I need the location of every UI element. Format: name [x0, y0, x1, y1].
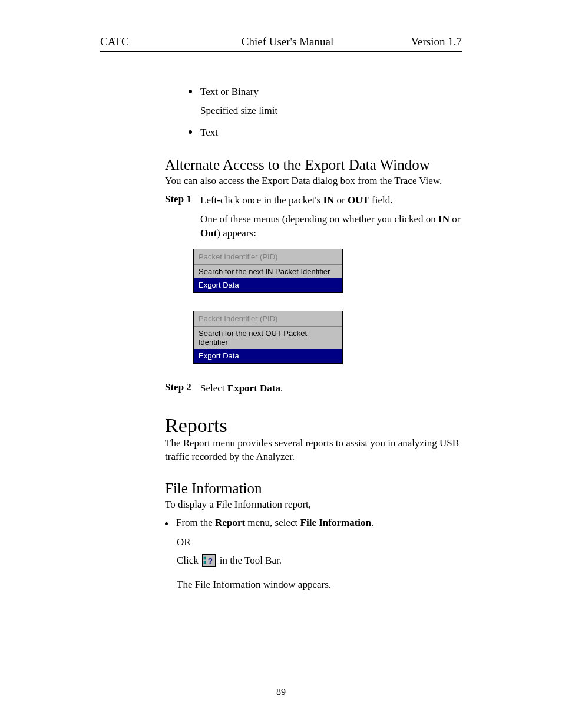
file-info-toolbar-icon[interactable]: ?: [202, 554, 216, 567]
result-text: The File Information window appears.: [177, 576, 462, 594]
bold-out: OUT: [348, 195, 369, 206]
text: earch for the next OUT Packet Identifier: [199, 329, 307, 347]
text: ort Data: [211, 351, 239, 360]
svg-rect-0: [204, 557, 206, 559]
top-bullet-list: Text or Binary Specified size limit Text: [189, 84, 462, 140]
bullet-text: Text: [200, 125, 218, 140]
bold-in: IN: [438, 213, 449, 225]
section-heading-reports: Reports: [165, 414, 462, 437]
page-header: CATC Chief User's Manual Version 1.7: [100, 35, 462, 52]
click-row: Click ? in the Tool Bar.: [177, 552, 462, 570]
text: ort Data: [211, 281, 239, 289]
section-heading-alt-access: Alternate Access to the Export Data Wind…: [165, 157, 462, 173]
section-heading-file-info: File Information: [165, 480, 462, 497]
page: CATC Chief User's Manual Version 1.7 Tex…: [0, 0, 562, 621]
step-label: Step 1: [165, 193, 200, 207]
text: .: [280, 383, 283, 394]
step-2: Step 2 Select Export Data.: [165, 381, 462, 396]
text: Left-click once in the packet's: [200, 195, 323, 206]
bullet-dot-icon: [189, 90, 192, 93]
menu-item-export-data[interactable]: Export Data: [194, 278, 342, 292]
text: .: [371, 517, 373, 528]
context-menu-in: Packet Indentifier (PID) Search for the …: [193, 249, 343, 293]
step-label: Step 2: [165, 381, 200, 396]
step-body: Left-click once in the packet's IN or OU…: [200, 193, 462, 207]
menu-item-export-data[interactable]: Export Data: [194, 349, 342, 363]
page-number: 89: [0, 687, 562, 697]
reports-intro: The Report menu provides several reports…: [165, 437, 462, 464]
mnemonic: S: [199, 267, 204, 276]
file-info-sub: OR Click ? in the Tool Bar. The File Inf…: [177, 533, 462, 594]
text: Ex: [199, 351, 207, 360]
bullet-text: Text or Binary: [200, 84, 259, 100]
text: Click: [177, 552, 199, 570]
text: Ex: [199, 281, 207, 289]
bold-file-info: File Information: [300, 517, 371, 528]
header-center: Chief User's Manual: [164, 35, 411, 48]
text: earch for the next IN Packet Identifier: [204, 267, 330, 276]
svg-rect-1: [204, 561, 206, 564]
text: One of these menus (depending on whether…: [200, 213, 438, 225]
bold-in: IN: [323, 195, 334, 206]
bullet-subtext: Specified size limit: [200, 103, 462, 118]
text: field.: [369, 195, 393, 206]
text: or: [449, 213, 460, 225]
bold-export: Export Data: [227, 383, 280, 394]
context-menu-out: Packet Indentifier (PID) Search for the …: [193, 311, 343, 364]
text: Select: [200, 383, 227, 394]
or-text: OR: [177, 533, 462, 552]
alt-access-intro: You can also access the Export Data dial…: [165, 174, 462, 188]
header-left: CATC: [100, 35, 129, 48]
header-right: Version 1.7: [411, 35, 462, 48]
step-1-sub: One of these menus (depending on whether…: [200, 212, 462, 241]
text: From the: [176, 517, 215, 528]
text: ) appears:: [217, 228, 256, 239]
bullet-dot-icon: [189, 130, 192, 134]
menu-header: Packet Indentifier (PID): [194, 249, 342, 265]
svg-text:?: ?: [208, 556, 213, 565]
bold-out: Out: [200, 228, 217, 239]
text: in the Tool Bar.: [220, 552, 282, 570]
text: or: [334, 195, 348, 206]
bold-report: Report: [215, 517, 245, 528]
file-info-bullets: From the Report menu, select File Inform…: [165, 517, 462, 529]
bullet-text: From the Report menu, select File Inform…: [176, 517, 373, 529]
step-body: Select Export Data.: [200, 381, 462, 396]
bullet-dot-icon: [165, 522, 168, 525]
step-1: Step 1 Left-click once in the packet's I…: [165, 193, 462, 207]
file-info-intro: To display a File Information report,: [165, 498, 462, 512]
menu-item-search-out[interactable]: Search for the next OUT Packet Identifie…: [194, 327, 342, 349]
mnemonic: S: [199, 329, 204, 338]
text: menu, select: [245, 517, 300, 528]
menu-header: Packet Indentifier (PID): [194, 311, 342, 327]
menu-item-search-in[interactable]: Search for the next IN Packet Identifier: [194, 265, 342, 278]
